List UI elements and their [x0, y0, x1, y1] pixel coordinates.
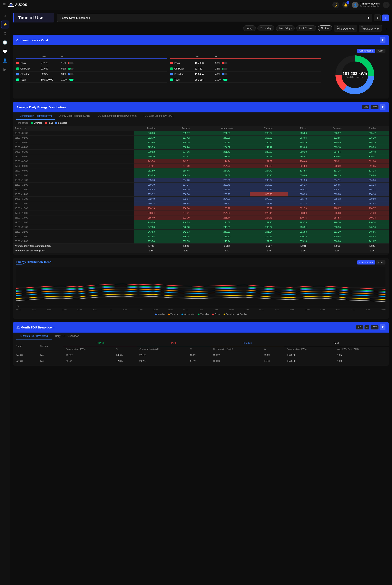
- ctab-consumption[interactable]: Consumption: [357, 49, 375, 53]
- heatmap-cell: 244.37: [204, 220, 250, 225]
- heatmap-cell: 275.14: [250, 211, 288, 215]
- heatmap-cell: 268.39: [288, 140, 318, 145]
- month-export-csv[interactable]: CSV: [370, 325, 378, 330]
- monday-header: Monday: [134, 126, 168, 131]
- sidebar-item-home[interactable]: ⌂: [1, 12, 9, 20]
- hour-cell: 23:00 - 24:00: [13, 239, 134, 244]
- heatmap-cell: 299.27: [250, 225, 288, 229]
- heatmap-cell: 299.21: [288, 187, 318, 192]
- ctab-cost[interactable]: Cost: [376, 49, 386, 53]
- heatmap-cell: 252.63: [356, 201, 389, 206]
- more-options-btn[interactable]: ⋮: [383, 2, 390, 8]
- date-more-btn[interactable]: ⋮: [384, 26, 389, 31]
- sidebar-item-clock[interactable]: 🕐: [1, 39, 9, 47]
- tab-tou-consumption[interactable]: TOU Consumption Breakdown (kWh): [93, 112, 140, 120]
- heatmap-cell: 300.76: [288, 215, 318, 220]
- next-nav-arrow[interactable]: ›: [382, 15, 389, 21]
- to-date-box[interactable]: To 2023-06-30 23:59: [359, 25, 382, 32]
- sidebar-item-settings[interactable]: ⚙: [1, 30, 9, 38]
- legend-standard[interactable]: Standard: [55, 122, 68, 124]
- total-cons-cell: 1 576.50: [284, 358, 335, 364]
- month-export-xls[interactable]: XLS: [356, 325, 364, 330]
- custom-btn[interactable]: Custom: [318, 25, 332, 31]
- month-toggle[interactable]: ▼: [380, 324, 386, 330]
- month-export-copy[interactable]: ⎘: [364, 325, 369, 330]
- notifications-btn[interactable]: 🔔 7: [342, 2, 349, 8]
- sidebar-item-messages[interactable]: 💬: [1, 48, 9, 56]
- hour-cell: 10:00 - 11:00: [13, 178, 134, 183]
- avg-daily-header[interactable]: Average Daily Energy Distribution XLS CS…: [13, 102, 389, 112]
- legend-friday: Friday: [212, 313, 220, 315]
- heatmap-tbody: 00:00 - 01:00240.80255.97231.53260.32265…: [13, 131, 389, 253]
- consumption-cost-toggle[interactable]: ▼: [380, 37, 386, 43]
- sidebar-item-user[interactable]: 👤: [1, 56, 9, 65]
- last7-btn[interactable]: Last 7 days: [276, 25, 294, 31]
- season-cell: Low: [38, 352, 63, 358]
- avg-consumption-value: 5 828: [356, 244, 389, 248]
- tab-consumption-heatmap[interactable]: Consumption Heatmap (kWh): [16, 112, 55, 120]
- legend-peak[interactable]: Peak: [45, 122, 53, 124]
- units-section: Units % Peak 27 179 15% Off Peak 91 697 …: [16, 54, 167, 95]
- heatmap-cell: 240.32: [250, 140, 288, 145]
- legend-thursday: Thursday: [198, 313, 209, 315]
- tab-cost-heatmap[interactable]: Energy Cost Heatmap (ZAR): [55, 112, 93, 120]
- today-btn[interactable]: Today: [243, 25, 256, 31]
- heatmap-cell: 233.29: [204, 154, 250, 159]
- peak-group: Peak: [137, 340, 211, 346]
- breakdown-subheader: Consumption (kWh) % Consumption (kWh) % …: [13, 346, 389, 352]
- heatmap-cell: 308.29: [288, 192, 318, 197]
- heatmap-cell: 314.84: [319, 150, 356, 154]
- sidebar-item-energy[interactable]: ⚡: [1, 21, 9, 29]
- device-selector[interactable]: Electricity|Main Incomer 1 ▼: [57, 14, 372, 22]
- chart-area: ZAR: [16, 267, 386, 308]
- heatmap-cell: 255.70: [134, 178, 168, 183]
- heatmap-cell: 230.52: [134, 150, 168, 154]
- from-date-box[interactable]: From 2023-06-01 00:00: [334, 25, 357, 32]
- trend-consumption-tab[interactable]: Consumption: [357, 260, 375, 264]
- heatmap-cell: 267.52: [250, 183, 288, 187]
- table-row: 02:00 - 03:00233.66230.19260.27240.32268…: [13, 140, 389, 145]
- export-csv-btn[interactable]: CSV: [370, 105, 378, 109]
- table-row: 11:00 - 12:00259.30267.17260.75267.52296…: [13, 183, 389, 187]
- table-row: 21:00 - 22:00243.53242.03248.30291.04291…: [13, 229, 389, 234]
- hour-cell: 06:00 - 07:00: [13, 159, 134, 164]
- cost-rows: Peak 105 930 38% Off Peak 61 729 22% Sta…: [170, 61, 321, 83]
- table-row: 18:00 - 19:00255.40291.79261.44264.41300…: [13, 215, 389, 220]
- heatmap-cell: 266.34: [168, 192, 204, 197]
- yesterday-btn[interactable]: Yesterday: [258, 25, 274, 31]
- hamburger-icon[interactable]: ☰: [2, 3, 6, 7]
- offpeak-cons-col: Consumption (kWh): [63, 346, 114, 352]
- month-breakdown-header[interactable]: 12 Month TOU Breakdown XLS ⎘ CSV ▼: [13, 322, 389, 333]
- mtab-daily[interactable]: Daily TOU Breakdown: [52, 333, 82, 340]
- tab-tou-cost[interactable]: TOU Cost Breakdown (ZAR): [140, 112, 178, 120]
- avg-daily-toggle[interactable]: ▼: [380, 104, 386, 110]
- heatmap-cell: 239.74: [134, 239, 168, 244]
- sidebar-item-media[interactable]: ▶: [1, 65, 9, 74]
- trend-cost-tab[interactable]: Cost: [376, 260, 386, 264]
- export-xls-btn[interactable]: XLS: [362, 105, 370, 109]
- standard-pct-col: %: [261, 346, 284, 352]
- hour-cell: 08:00 - 09:00: [13, 168, 134, 173]
- standard-cons-cell: 66 800: [210, 358, 261, 364]
- consumption-cost-header[interactable]: Consumption vs Cost ▼: [13, 35, 389, 45]
- heatmap-cell: 264.20: [168, 178, 204, 183]
- theme-toggle[interactable]: 🌙: [332, 2, 339, 8]
- hour-cell: 20:00 - 21:00: [13, 225, 134, 229]
- avg-consumption-value: 5 788: [134, 244, 168, 248]
- last30-btn[interactable]: Last 30 days: [296, 25, 316, 31]
- hour-cell: 00:00 - 01:00: [13, 131, 134, 136]
- legend-offpeak[interactable]: Off Peak: [31, 122, 42, 124]
- heatmap-cell: 231.53: [204, 131, 250, 136]
- mtab-12month[interactable]: 12 Month TOU Breakdown: [16, 333, 52, 340]
- standard-group: Standard: [210, 340, 284, 346]
- user-profile[interactable]: 👤 Timothy Stevens System Administrator: [352, 2, 380, 8]
- heatmap-cell: 254.80: [204, 211, 250, 215]
- heatmap-cell: 308.29: [288, 211, 318, 215]
- avg-cost-value: 1.70: [204, 248, 250, 253]
- heatmap-cell: 255.42: [204, 201, 250, 206]
- heatmap-cell: 247.20: [134, 225, 168, 229]
- hour-cell: 03:00 - 04:00: [13, 145, 134, 150]
- heatmap-cell: 248.80: [204, 234, 250, 239]
- prev-nav-arrow[interactable]: ‹: [374, 15, 380, 21]
- svg-marker-1: [10, 4, 13, 6]
